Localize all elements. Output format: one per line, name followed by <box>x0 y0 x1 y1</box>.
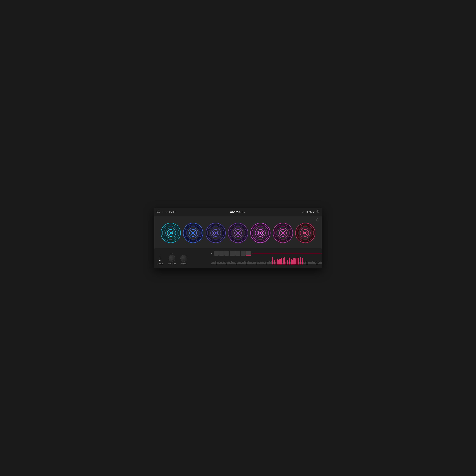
piano-keyboard-viz[interactable] <box>211 257 322 265</box>
piano-bar-42[interactable] <box>258 262 259 264</box>
chord-button-6[interactable] <box>272 223 293 243</box>
piano-bar-56[interactable] <box>273 262 274 264</box>
piano-bar-83[interactable] <box>303 262 304 264</box>
piano-bar-25[interactable] <box>239 262 240 264</box>
play-icon[interactable]: ▶ <box>211 253 212 254</box>
piano-bar-78[interactable] <box>298 258 299 265</box>
piano-bar-86[interactable] <box>306 262 307 264</box>
piano-bar-63[interactable] <box>281 258 282 264</box>
piano-bar-46[interactable] <box>262 262 263 265</box>
piano-bar-15[interactable] <box>228 262 229 265</box>
piano-bar-70[interactable] <box>289 257 290 265</box>
seq-block-1[interactable] <box>214 251 219 255</box>
settings-icon[interactable] <box>316 210 319 214</box>
piano-bar-2[interactable] <box>213 262 214 264</box>
piano-bar-51[interactable] <box>268 262 269 265</box>
piano-bar-14[interactable] <box>227 262 227 265</box>
piano-bar-69[interactable] <box>288 262 289 265</box>
piano-bar-93[interactable] <box>314 262 315 265</box>
piano-bar-32[interactable] <box>247 262 248 264</box>
piano-bar-3[interactable] <box>214 262 215 264</box>
piano-bar-58[interactable] <box>275 262 276 264</box>
piano-bar-49[interactable] <box>265 262 266 264</box>
seq-block-5[interactable] <box>235 251 240 255</box>
piano-bar-53[interactable] <box>270 262 271 265</box>
piano-bar-52[interactable] <box>269 261 270 264</box>
piano-bar-95[interactable] <box>317 262 318 265</box>
piano-bar-5[interactable] <box>217 262 218 265</box>
piano-bar-54[interactable] <box>271 261 272 264</box>
piano-bar-18[interactable] <box>231 261 232 265</box>
piano-bar-4[interactable] <box>216 261 216 264</box>
key-display[interactable]: D Major <box>306 211 314 213</box>
nav-back-button[interactable]: < <box>162 211 164 214</box>
seq-block-6[interactable] <box>240 251 246 255</box>
piano-bar-85[interactable] <box>306 262 306 264</box>
piano-bar-75[interactable] <box>294 258 295 265</box>
piano-bar-40[interactable] <box>255 262 256 265</box>
piano-bar-77[interactable] <box>297 257 298 264</box>
piano-bar-94[interactable] <box>315 263 316 265</box>
piano-bar-79[interactable] <box>299 262 300 265</box>
target-icon[interactable] <box>316 218 319 222</box>
piano-bar-96[interactable] <box>318 263 319 264</box>
piano-bar-76[interactable] <box>295 258 296 264</box>
piano-bar-33[interactable] <box>248 261 249 264</box>
piano-bar-26[interactable] <box>240 262 241 265</box>
piano-bar-19[interactable] <box>232 262 233 265</box>
piano-bar-39[interactable] <box>254 262 255 264</box>
piano-bar-72[interactable] <box>291 259 292 264</box>
chord-button-4[interactable] <box>227 223 248 243</box>
octave-up-button[interactable]: ∧ <box>159 254 161 255</box>
piano-bar-71[interactable] <box>290 262 291 265</box>
piano-bar-48[interactable] <box>264 263 265 264</box>
piano-bar-66[interactable] <box>284 257 285 264</box>
humanize-knob[interactable] <box>169 255 175 262</box>
piano-bar-67[interactable] <box>286 262 286 264</box>
piano-bar-20[interactable] <box>233 262 234 265</box>
piano-bar-68[interactable] <box>287 260 288 265</box>
piano-bar-50[interactable] <box>267 262 268 265</box>
piano-bar-30[interactable] <box>244 261 245 264</box>
piano-bar-61[interactable] <box>279 259 280 265</box>
piano-bar-7[interactable] <box>219 263 220 264</box>
piano-bar-55[interactable] <box>272 257 273 265</box>
seq-block-7[interactable] <box>246 251 251 255</box>
piano-bar-29[interactable] <box>243 262 244 265</box>
piano-bar-59[interactable] <box>276 259 277 265</box>
chord-button-1[interactable] <box>160 223 181 243</box>
piano-bar-11[interactable] <box>223 262 224 265</box>
piano-bar-38[interactable] <box>253 262 254 264</box>
chord-button-3[interactable] <box>205 223 226 243</box>
piano-bar-65[interactable] <box>283 258 284 265</box>
piano-bar-62[interactable] <box>280 259 281 264</box>
piano-bar-10[interactable] <box>222 263 223 265</box>
strum-knob[interactable] <box>180 255 187 262</box>
piano-bar-64[interactable] <box>282 263 283 265</box>
seq-block-2[interactable] <box>219 251 224 255</box>
piano-bar-12[interactable] <box>224 262 225 264</box>
lock-icon[interactable] <box>302 211 305 214</box>
piano-bar-44[interactable] <box>260 262 261 264</box>
humanize-down-arrow[interactable]: ↓ <box>170 252 171 254</box>
piano-bar-34[interactable] <box>249 262 250 264</box>
piano-bar-21[interactable] <box>234 262 235 265</box>
piano-bar-60[interactable] <box>278 260 279 265</box>
piano-bar-80[interactable] <box>300 257 301 264</box>
piano-bar-9[interactable] <box>221 262 222 264</box>
piano-bar-57[interactable] <box>274 260 275 265</box>
piano-bar-23[interactable] <box>237 263 238 265</box>
piano-bar-27[interactable] <box>241 263 242 265</box>
piano-bar-41[interactable] <box>256 262 257 265</box>
piano-bar-37[interactable] <box>252 263 253 264</box>
piano-bar-73[interactable] <box>292 260 293 264</box>
piano-bar-81[interactable] <box>301 262 302 264</box>
piano-bar-1[interactable] <box>212 262 213 265</box>
piano-bar-24[interactable] <box>238 262 239 265</box>
piano-bar-17[interactable] <box>230 263 231 264</box>
piano-bar-31[interactable] <box>245 262 246 265</box>
piano-bar-89[interactable] <box>310 262 311 265</box>
humanize-arrows[interactable]: ↓ ↑ <box>170 252 173 254</box>
chord-button-7[interactable] <box>295 223 316 243</box>
piano-bar-74[interactable] <box>293 258 294 265</box>
